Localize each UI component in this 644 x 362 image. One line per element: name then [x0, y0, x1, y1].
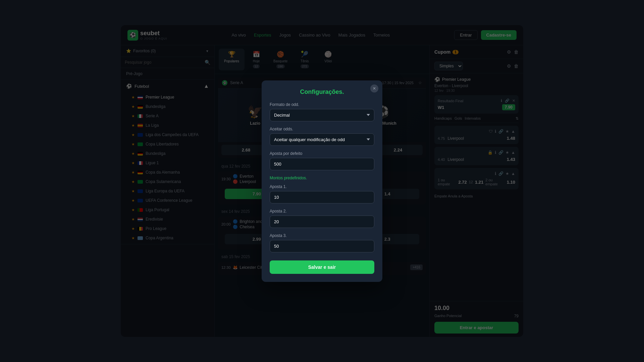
format-select[interactable]: Decimal — [270, 109, 374, 121]
app-container: ⚽ seubet O JOGO É AQUI Ao vivo Esportes … — [121, 25, 523, 337]
format-label: Formato de odd. — [270, 102, 374, 107]
aposta3-label: Aposta 3. — [270, 233, 374, 238]
aposta1-group: Aposta 1. — [270, 184, 374, 203]
aceitar-select[interactable]: Aceitar qualquer modificação de odd — [270, 133, 374, 146]
aposta1-input[interactable] — [270, 191, 374, 203]
aposta-defeito-label: Aposta por defeito — [270, 151, 374, 156]
aposta2-input[interactable] — [270, 216, 374, 228]
aposta3-group: Aposta 3. — [270, 233, 374, 252]
aceitar-group: Aceitar odds. Aceitar qualquer modificaç… — [270, 127, 374, 146]
aposta-defeito-input[interactable] — [270, 158, 374, 170]
aceitar-label: Aceitar odds. — [270, 127, 374, 131]
aposta1-label: Aposta 1. — [270, 184, 374, 189]
modal-overlay: Configurações. ✕ Formato de odd. Decimal… — [121, 25, 523, 337]
modal-close-button[interactable]: ✕ — [370, 84, 378, 93]
settings-modal: Configurações. ✕ Formato de odd. Decimal… — [262, 80, 382, 282]
aposta-defeito-group: Aposta por defeito — [270, 151, 374, 170]
aposta2-group: Aposta 2. — [270, 209, 374, 228]
aposta2-label: Aposta 2. — [270, 209, 374, 214]
modal-title: Configurações. — [270, 88, 374, 96]
format-group: Formato de odd. Decimal — [270, 102, 374, 121]
save-button[interactable]: Salvar e sair — [270, 260, 374, 274]
aposta3-input[interactable] — [270, 240, 374, 252]
montos-label: Montos predefinidos. — [270, 176, 374, 180]
